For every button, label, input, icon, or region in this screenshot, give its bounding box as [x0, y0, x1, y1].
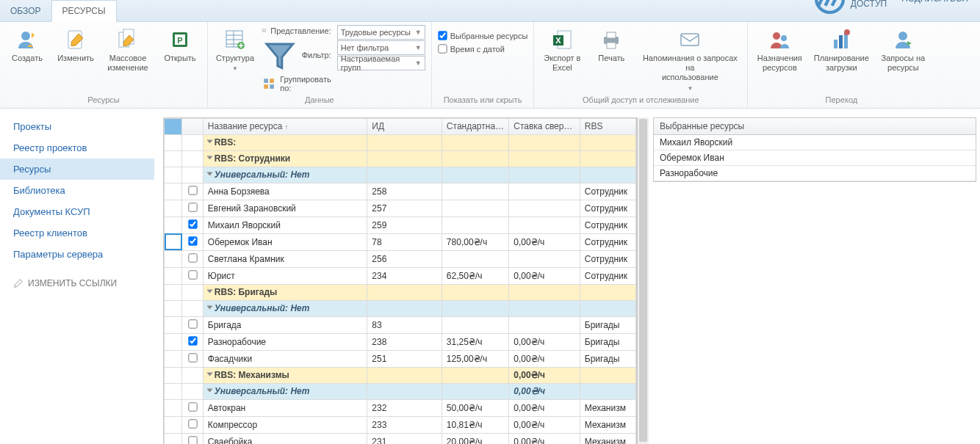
- svg-rect-9: [262, 29, 266, 32]
- print-label: Печать: [598, 54, 624, 63]
- row-checkbox[interactable]: [188, 336, 197, 345]
- nav-item[interactable]: Документы КСУП: [0, 201, 154, 222]
- view-icon: [262, 29, 266, 32]
- chk-time-date-input[interactable]: [438, 44, 447, 53]
- svg-rect-12: [264, 84, 268, 89]
- row-checkbox[interactable]: [188, 253, 197, 262]
- nav-item[interactable]: Ресурсы: [0, 159, 154, 180]
- chk-selected-input[interactable]: [438, 31, 447, 40]
- view-combo[interactable]: Трудовые ресурсы▼: [337, 25, 425, 40]
- nav-item[interactable]: Реестр клиентов: [0, 222, 154, 244]
- row-checkbox[interactable]: [188, 203, 197, 211]
- row-checkbox[interactable]: [188, 419, 197, 428]
- svg-text:P: P: [177, 36, 182, 45]
- table-row[interactable]: Бригада83Бригады: [165, 316, 636, 333]
- create-button[interactable]: Создать: [6, 25, 48, 63]
- svg-rect-10: [264, 79, 268, 83]
- excel-icon: X: [550, 28, 574, 51]
- table-row[interactable]: Юрист23462,50₴/ч0,00₴/чСотрудник: [165, 267, 636, 284]
- chk-selected-resources[interactable]: Выбранные ресурсы: [438, 29, 528, 42]
- selected-resource-item[interactable]: Михаил Яворский: [654, 135, 976, 150]
- export-excel-button[interactable]: X Экспорт в Excel: [540, 25, 584, 73]
- resource-grid: Название ресурса ↑ ИД Стандартная ст Ста…: [163, 117, 637, 444]
- edit-links[interactable]: ИЗМЕНИТЬ ССЫЛКИ: [0, 272, 154, 294]
- row-checkbox[interactable]: [188, 186, 197, 194]
- table-row[interactable]: Анна Борзяева258Сотрудник: [165, 183, 636, 200]
- structure-button[interactable]: Структура ▼: [214, 25, 256, 73]
- group-resources-label: Ресурсы: [6, 94, 201, 106]
- res-req-button[interactable]: Запросы на ресурсы: [877, 25, 929, 73]
- col-over-header[interactable]: Ставка сверхур: [509, 118, 580, 134]
- selected-resources-header: Выбранные ресурсы: [653, 117, 976, 135]
- selected-resources-pane: Выбранные ресурсы Михаил ЯворскийОберемо…: [653, 117, 976, 444]
- table-row[interactable]: Евгений Зарановский257Сотрудник: [165, 200, 636, 216]
- subscribe-link[interactable]: ПОДПИСАТЬСЯ: [894, 0, 973, 21]
- table-row[interactable]: Светлана Крамник256Сотрудник: [165, 250, 636, 267]
- group-combo[interactable]: Настраиваемая групп▼: [337, 56, 425, 70]
- print-button[interactable]: Печать: [590, 25, 633, 63]
- col-name-header[interactable]: Название ресурса ↑: [203, 118, 367, 134]
- tab-overview[interactable]: ОБЗОР: [0, 1, 51, 21]
- assign-button[interactable]: Назначения ресурсов: [754, 25, 805, 73]
- load-plan-button[interactable]: Планирование загрузки: [811, 25, 871, 73]
- print-icon: [599, 28, 623, 51]
- col-check-header[interactable]: [182, 118, 203, 134]
- col-id-header[interactable]: ИД: [367, 118, 442, 134]
- selected-resource-item[interactable]: Оберемок Иван: [654, 150, 976, 166]
- svg-rect-19: [607, 43, 616, 48]
- selected-resource-item[interactable]: Разнорабочие: [654, 166, 976, 181]
- table-row[interactable]: Разнорабочие23831,25₴/ч0,00₴/чБригады: [165, 333, 636, 350]
- nav-item[interactable]: Параметры сервера: [0, 244, 154, 265]
- chk-time-date-label: Время с датой: [450, 45, 505, 54]
- table-row[interactable]: Оберемок Иван78780,00₴/ч0,00₴/чСотрудник: [165, 233, 636, 250]
- share-link[interactable]: ОБЩИЙ ДОСТУП: [807, 0, 891, 21]
- nav-item[interactable]: Проекты: [0, 116, 154, 137]
- bulk-edit-button[interactable]: Массовое изменение: [103, 25, 153, 73]
- tab-resources[interactable]: РЕСУРСЫ: [51, 0, 117, 22]
- row-checkbox[interactable]: [188, 219, 197, 228]
- svg-point-21: [773, 32, 780, 40]
- open-icon: P: [168, 28, 192, 51]
- col-std-header[interactable]: Стандартная ст: [442, 118, 508, 134]
- view-value: Трудовые ресурсы: [341, 28, 411, 37]
- table-row[interactable]: Сваебойка23120,00₴/ч0,00₴/чМеханизм: [165, 433, 636, 444]
- svg-rect-24: [839, 35, 843, 48]
- nav-item[interactable]: Реестр проектов: [0, 137, 154, 159]
- col-select-header[interactable]: [165, 118, 182, 134]
- row-checkbox[interactable]: [188, 236, 197, 245]
- filter-label: Фильтр:: [302, 49, 331, 61]
- scroll-thumb[interactable]: [639, 119, 647, 442]
- open-button[interactable]: P Открыть: [159, 25, 201, 63]
- structure-icon: [223, 28, 247, 51]
- ribbon-tabs: ОБЗОР РЕСУРСЫ ОБЩИЙ ДОСТУП ПОДПИСАТЬСЯ: [0, 0, 980, 22]
- nav-item[interactable]: Библиотека: [0, 180, 154, 201]
- row-checkbox[interactable]: [188, 353, 197, 362]
- col-rbs-header[interactable]: RBS: [580, 118, 635, 134]
- svg-point-27: [898, 32, 907, 40]
- chk-time-date[interactable]: Время с датой: [438, 43, 528, 55]
- row-checkbox[interactable]: [188, 402, 197, 411]
- table-row[interactable]: Михаил Яворский259Сотрудник: [165, 216, 636, 233]
- assign-label: Назначения ресурсов: [757, 54, 802, 73]
- res-req-icon: [891, 28, 915, 51]
- edit-button[interactable]: Изменить: [54, 25, 97, 63]
- group-sharetrack-label: Общий доступ и отслеживание: [540, 94, 741, 106]
- grid-scrollbar[interactable]: [637, 117, 649, 444]
- chk-selected-label: Выбранные ресурсы: [450, 32, 528, 40]
- structure-label: Структура: [216, 54, 254, 63]
- row-checkbox[interactable]: [188, 436, 197, 444]
- remind-button[interactable]: Напоминания о запросах на использование …: [638, 25, 741, 92]
- share-icon: [812, 0, 848, 17]
- row-checkbox[interactable]: [188, 319, 197, 328]
- load-plan-label: Планирование загрузки: [814, 54, 869, 73]
- row-checkbox[interactable]: [188, 270, 197, 279]
- svg-rect-18: [607, 32, 616, 38]
- mail-icon: [678, 28, 702, 51]
- group-label: Группировать по:: [280, 73, 331, 94]
- svg-point-0: [21, 32, 30, 40]
- table-row[interactable]: Автокран23250,00₴/ч0,00₴/чМеханизм: [165, 399, 636, 416]
- table-row[interactable]: Фасадчики251125,00₴/ч0,00₴/чБригады: [165, 350, 636, 367]
- table-row[interactable]: Компрессор23310,81₴/ч0,00₴/чМеханизм: [165, 416, 636, 433]
- res-req-label: Запросы на ресурсы: [882, 54, 926, 73]
- filter-combo[interactable]: Нет фильтра▼: [337, 40, 425, 55]
